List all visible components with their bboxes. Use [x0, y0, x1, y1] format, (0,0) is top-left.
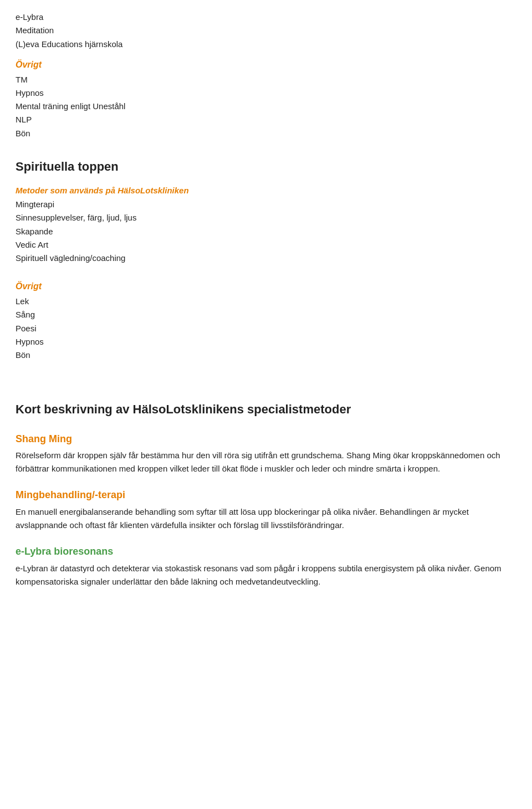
shang-ming-heading: Shang Ming: [16, 432, 516, 447]
mingbehandling-heading: Mingbehandling/-terapi: [16, 488, 516, 503]
list-item: Sång: [16, 308, 516, 321]
mingbehandling-text: En manuell energibalanserande behandling…: [16, 505, 516, 532]
elybra-heading: e-Lybra bioresonans: [16, 544, 516, 560]
list-item: Vedic Art: [16, 238, 516, 251]
list-item: Bön: [16, 127, 516, 140]
list-item: (L)eva Educations hjärnskola: [16, 38, 516, 50]
ovrigt-label-1: Övrigt: [16, 58, 516, 72]
ovrigt-label-2: Övrigt: [16, 280, 516, 294]
metoder-label: Metoder som används på HälsoLotskliniken: [16, 184, 516, 197]
metoder-list: Mingterapi Sinnesupplevelser, färg, ljud…: [16, 198, 516, 264]
list-item: Skapande: [16, 225, 516, 238]
list-item: Meditation: [16, 24, 516, 37]
list-item: TM: [16, 73, 516, 86]
shang-ming-text: Rörelseform där kroppen själv får bestäm…: [16, 449, 516, 475]
list-item: Spirituell vägledning/coaching: [16, 252, 516, 264]
list-item: Sinnesupplevelser, färg, ljud, ljus: [16, 211, 516, 224]
top-list-group: e-Lybra Meditation (L)eva Educations hjä…: [16, 11, 516, 50]
list-item: Poesi: [16, 322, 516, 335]
kort-beskrivning-heading: Kort beskrivning av HälsoLotsklinikens s…: [16, 400, 516, 419]
list-item: Lek: [16, 295, 516, 308]
list-item: Hypnos: [16, 335, 516, 348]
list-item: NLP: [16, 113, 516, 126]
list-item: Bön: [16, 349, 516, 361]
list-item: Mingterapi: [16, 198, 516, 211]
ovrigt-list-2: Lek Sång Poesi Hypnos Bön: [16, 295, 516, 361]
ovrigt-list-1: TM Hypnos Mental träning enligt Uneståhl…: [16, 73, 516, 140]
spirituella-toppen-heading: Spirituella toppen: [16, 157, 516, 176]
list-item: Mental träning enligt Uneståhl: [16, 100, 516, 112]
list-item: e-Lybra: [16, 11, 516, 23]
list-item: Hypnos: [16, 86, 516, 99]
elybra-text: e-Lybran är datastyrd och detekterar via…: [16, 562, 516, 588]
